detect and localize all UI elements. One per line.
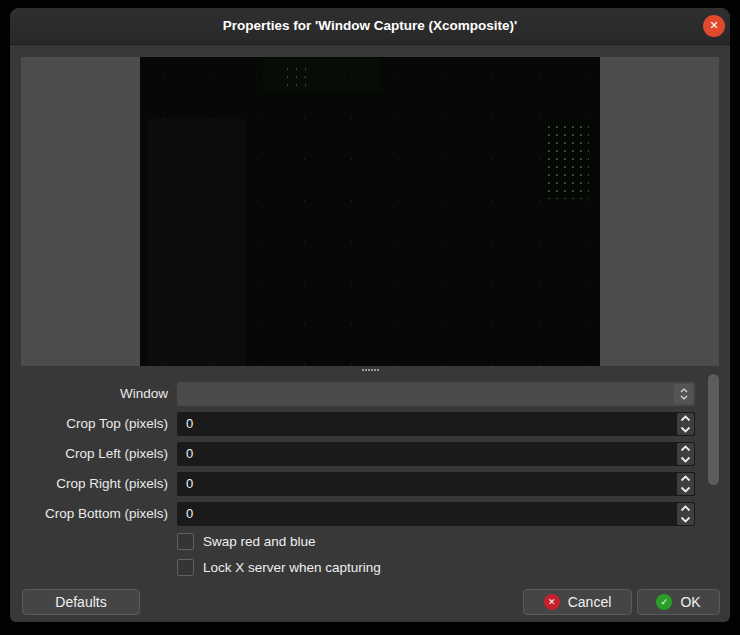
chevron-up-icon [680, 445, 691, 452]
chevron-down-icon [680, 426, 691, 433]
crop-bottom-spinbox[interactable]: 0 [177, 502, 695, 526]
splitter-dot [365, 369, 367, 371]
spin-down-button[interactable] [677, 424, 694, 435]
preview-dot-cluster [283, 65, 313, 91]
properties-dialog: Properties for 'Window Capture (Xcomposi… [10, 8, 730, 622]
crop-right-label: Crop Right (pixels) [10, 472, 168, 496]
ok-button[interactable]: ✓ OK [637, 589, 720, 615]
cancel-x-icon: ✕ [544, 594, 560, 610]
ok-check-icon: ✓ [656, 594, 672, 610]
defaults-button[interactable]: Defaults [22, 589, 140, 615]
splitter-dot [371, 369, 373, 371]
crop-top-label: Crop Top (pixels) [10, 412, 168, 436]
spin-up-button[interactable] [677, 473, 694, 484]
cancel-label: Cancel [568, 594, 612, 610]
close-icon: ✕ [709, 19, 718, 32]
swap-red-blue-label: Swap red and blue [203, 533, 316, 550]
crop-left-row: Crop Left (pixels) 0 [10, 442, 730, 466]
chevron-down-icon [680, 395, 688, 400]
spinbox-value: 0 [186, 412, 193, 436]
lock-x-server-checkbox-row[interactable]: Lock X server when capturing [177, 559, 381, 576]
chevron-up-icon [680, 415, 691, 422]
chevron-up-icon [680, 505, 691, 512]
chevron-up-icon [680, 388, 688, 393]
spinbox-stepper [677, 413, 694, 435]
window-label: Window [10, 382, 168, 406]
splitter-dot [374, 369, 376, 371]
combobox-stepper[interactable] [674, 384, 693, 404]
crop-right-row: Crop Right (pixels) 0 [10, 472, 730, 496]
spinbox-value: 0 [186, 502, 193, 526]
swap-red-blue-checkbox[interactable] [177, 533, 194, 550]
close-button[interactable]: ✕ [703, 15, 725, 37]
preview-dot-cluster [545, 123, 589, 199]
titlebar[interactable]: Properties for 'Window Capture (Xcomposi… [10, 8, 730, 45]
spin-up-button[interactable] [677, 503, 694, 514]
spinbox-stepper [677, 503, 694, 525]
spin-up-button[interactable] [677, 443, 694, 454]
swap-red-blue-checkbox-row[interactable]: Swap red and blue [177, 533, 316, 550]
combobox-value [185, 382, 669, 406]
spinbox-value: 0 [186, 442, 193, 466]
lock-x-server-checkbox[interactable] [177, 559, 194, 576]
splitter-handle[interactable] [10, 366, 730, 374]
crop-right-spinbox[interactable]: 0 [177, 472, 695, 496]
spinbox-stepper [677, 473, 694, 495]
window-row: Window [10, 382, 730, 406]
defaults-label: Defaults [55, 594, 106, 610]
chevron-down-icon [680, 486, 691, 493]
spin-down-button[interactable] [677, 484, 694, 495]
preview-panel [21, 57, 719, 366]
chevron-up-icon [680, 475, 691, 482]
lock-x-server-label: Lock X server when capturing [203, 559, 381, 576]
scrollbar-thumb[interactable] [708, 374, 719, 485]
spin-down-button[interactable] [677, 454, 694, 465]
splitter-dot [362, 369, 364, 371]
spin-up-button[interactable] [677, 413, 694, 424]
splitter-dot [368, 369, 370, 371]
crop-left-spinbox[interactable]: 0 [177, 442, 695, 466]
capture-preview-image [140, 57, 600, 366]
window-combobox[interactable] [177, 382, 695, 406]
crop-top-row: Crop Top (pixels) 0 [10, 412, 730, 436]
chevron-down-icon [680, 516, 691, 523]
spinbox-value: 0 [186, 472, 193, 496]
crop-top-spinbox[interactable]: 0 [177, 412, 695, 436]
splitter-dot [377, 369, 379, 371]
chevron-down-icon [680, 456, 691, 463]
crop-bottom-label: Crop Bottom (pixels) [10, 502, 168, 526]
spin-down-button[interactable] [677, 514, 694, 525]
crop-bottom-row: Crop Bottom (pixels) 0 [10, 502, 730, 526]
cancel-button[interactable]: ✕ Cancel [523, 589, 632, 615]
crop-left-label: Crop Left (pixels) [10, 442, 168, 466]
ok-label: OK [680, 594, 700, 610]
dialog-title: Properties for 'Window Capture (Xcomposi… [10, 8, 730, 44]
spinbox-stepper [677, 443, 694, 465]
preview-noise [140, 57, 600, 366]
